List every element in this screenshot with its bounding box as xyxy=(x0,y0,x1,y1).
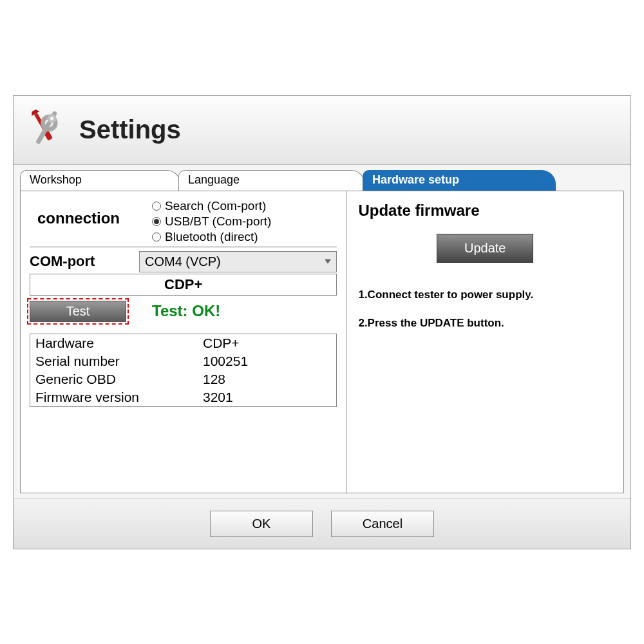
device-name-box: CDP+ xyxy=(30,274,337,296)
firmware-step-2: 2.Press the UPDATE button. xyxy=(358,317,612,330)
info-value: 100251 xyxy=(203,354,248,369)
update-button[interactable]: Update xyxy=(437,234,533,263)
tab-bar: Workshop Language Hardware setup xyxy=(14,165,630,191)
table-row: Firmware version 3201 xyxy=(30,388,336,406)
table-row: Generic OBD 128 xyxy=(30,370,336,388)
tools-icon xyxy=(23,108,68,153)
connection-label: connection xyxy=(30,198,152,227)
radio-icon xyxy=(152,217,161,226)
info-value: 3201 xyxy=(203,390,233,405)
radio-bluetooth-direct[interactable]: Bluetooth (direct) xyxy=(152,230,337,244)
hardware-panel: connection Search (Com-port) USB/BT (Com… xyxy=(20,191,624,493)
settings-dialog: Settings Workshop Language Hardware setu… xyxy=(13,95,631,549)
comport-label: COM-port xyxy=(30,253,139,270)
radio-icon xyxy=(152,202,161,211)
info-label: Firmware version xyxy=(35,390,203,405)
test-result-text: Test: OK! xyxy=(152,302,220,320)
tab-language[interactable]: Language xyxy=(178,170,365,191)
firmware-column: Update firmware Update 1.Connect tester … xyxy=(346,191,623,493)
connection-radio-group: Search (Com-port) USB/BT (Com-port) Blue… xyxy=(152,198,337,244)
comport-value: COM4 (VCP) xyxy=(145,254,221,269)
radio-icon xyxy=(152,232,161,242)
info-value: CDP+ xyxy=(203,336,240,351)
dialog-title: Settings xyxy=(79,115,181,144)
info-value: 128 xyxy=(203,372,225,387)
firmware-step-1: 1.Connect tester to power supply. xyxy=(358,289,612,301)
radio-label: Bluetooth (direct) xyxy=(165,230,258,244)
titlebar: Settings xyxy=(14,96,630,165)
radio-usb-bt-comport[interactable]: USB/BT (Com-port) xyxy=(152,214,337,229)
radio-search-comport[interactable]: Search (Com-port) xyxy=(152,199,337,213)
radio-label: Search (Com-port) xyxy=(165,199,266,213)
comport-select[interactable]: COM4 (VCP) xyxy=(139,251,337,272)
dialog-footer: OK Cancel xyxy=(14,498,630,549)
ok-button[interactable]: OK xyxy=(210,511,313,537)
info-label: Hardware xyxy=(35,336,203,351)
connection-column: connection Search (Com-port) USB/BT (Com… xyxy=(21,191,346,493)
hardware-info-table: Hardware CDP+ Serial number 100251 Gener… xyxy=(30,334,337,407)
table-row: Hardware CDP+ xyxy=(30,334,336,352)
cancel-button[interactable]: Cancel xyxy=(331,511,434,537)
tab-workshop[interactable]: Workshop xyxy=(20,170,181,191)
test-button[interactable]: Test xyxy=(30,301,126,322)
tab-hardware-setup[interactable]: Hardware setup xyxy=(363,170,556,191)
info-label: Serial number xyxy=(35,354,203,369)
firmware-title: Update firmware xyxy=(358,202,612,220)
table-row: Serial number 100251 xyxy=(30,352,336,370)
info-label: Generic OBD xyxy=(35,372,203,387)
radio-label: USB/BT (Com-port) xyxy=(165,214,271,229)
